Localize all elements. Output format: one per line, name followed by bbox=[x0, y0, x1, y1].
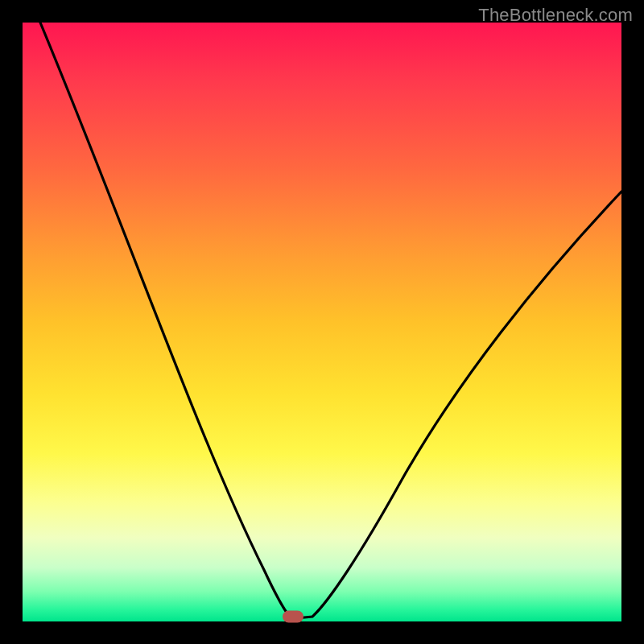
curve-right-branch bbox=[296, 192, 621, 618]
chart-frame: TheBottleneck.com bbox=[0, 0, 644, 644]
optimal-point-marker bbox=[283, 611, 303, 623]
plot-area bbox=[23, 23, 621, 621]
curve-left-branch bbox=[40, 23, 296, 618]
bottleneck-curve bbox=[23, 23, 621, 621]
